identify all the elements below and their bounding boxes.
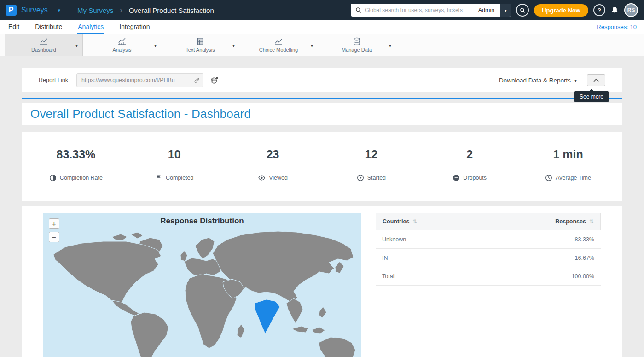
database-icon	[352, 37, 361, 46]
topbar-survey-title: Overall Product Satisfaction	[129, 6, 214, 14]
country-name: Unknown	[382, 236, 406, 243]
text-analysis-icon	[196, 37, 205, 46]
tab-integration[interactable]: Integration	[118, 20, 151, 34]
chevron-down-icon[interactable]: ▾	[232, 42, 235, 47]
countries-table-header: Countries ⇅ Responses ⇅	[376, 213, 601, 230]
dashboard-chart-icon	[39, 37, 48, 46]
toolbar-item-manage-data[interactable]: Manage Data ▾	[318, 34, 396, 56]
stat-completed: 10 Completed	[125, 147, 224, 183]
stat-value: 12	[322, 147, 420, 161]
question-mark-icon: ?	[598, 7, 601, 14]
play-icon	[357, 174, 364, 181]
user-avatar[interactable]: RS	[624, 3, 638, 17]
tab-edit[interactable]: Edit	[7, 20, 20, 34]
help-button[interactable]: ?	[593, 4, 605, 16]
tab-analytics[interactable]: Analytics	[77, 20, 104, 34]
toolbar-item-choice-modelling[interactable]: Choice Modelling ▾	[239, 34, 318, 56]
stat-divider	[444, 168, 495, 168]
topbar: P Surveys ▾ My Surveys › Overall Product…	[0, 0, 644, 20]
stat-label: Completed	[166, 175, 193, 181]
clock-icon	[545, 174, 552, 181]
breadcrumb-my-surveys[interactable]: My Surveys	[77, 6, 113, 14]
stat-completion-rate: 83.33% Completion Rate	[27, 147, 125, 183]
stat-dropouts: 2 Dropouts	[420, 147, 519, 183]
stat-divider	[542, 168, 594, 168]
notifications-bell-icon[interactable]	[610, 6, 619, 15]
stat-label: Dropouts	[463, 175, 487, 181]
country-responses: 83.33%	[575, 236, 594, 243]
page-content: Report Link Download Data & Reports ▾ Se…	[0, 68, 644, 357]
chevron-down-icon[interactable]: ▾	[311, 42, 313, 47]
completion-rate-icon	[49, 174, 57, 181]
surveys-product-menu[interactable]: P Surveys ▾	[0, 0, 65, 20]
zoom-out-button[interactable]: −	[49, 232, 59, 242]
sort-icon[interactable]: ⇅	[589, 218, 594, 225]
responses-count[interactable]: Responses: 10	[597, 23, 637, 30]
toolbar-item-text-analysis[interactable]: Text Analysis ▾	[161, 34, 239, 56]
analytics-toolbar: Dashboard ▾ Analysis ▾ Text Analysis ▾ C…	[0, 34, 644, 56]
avatar-initials: RS	[627, 7, 635, 13]
chevron-down-icon[interactable]: ▾	[75, 42, 78, 47]
stat-started: 12 Started	[322, 147, 420, 183]
report-url-field	[76, 73, 203, 87]
upgrade-now-button[interactable]: Upgrade Now	[534, 4, 588, 17]
column-header-countries[interactable]: Countries ⇅	[383, 218, 417, 225]
see-more-tooltip: See more	[574, 91, 609, 102]
table-row: Total 100.00%	[376, 267, 601, 286]
blue-divider	[22, 98, 622, 99]
stat-divider	[50, 168, 102, 168]
toolbar-item-label: Dashboard	[31, 47, 56, 53]
collapse-report-bar-button[interactable]: See more	[587, 74, 605, 86]
chevron-down-icon[interactable]: ▾	[389, 42, 391, 47]
map-zoom-controls: + −	[49, 218, 59, 242]
link-icon[interactable]	[193, 77, 200, 84]
report-url-input[interactable]	[81, 77, 193, 83]
search-icon	[351, 7, 365, 13]
toolbar-item-analysis[interactable]: Analysis ▾	[83, 34, 161, 56]
toolbar-item-label: Text Analysis	[186, 47, 215, 53]
stat-divider	[149, 168, 200, 168]
dashboard-title-card: Overall Product Satisfaction - Dashboard	[22, 103, 622, 125]
table-row: Unknown 83.33%	[376, 230, 601, 249]
breadcrumb-separator: ›	[120, 6, 122, 14]
stat-label: Completion Rate	[60, 175, 103, 181]
chevron-down-icon[interactable]: ▾	[154, 42, 157, 47]
chevron-down-icon: ▾	[58, 7, 60, 13]
page-title: Overall Product Satisfaction - Dashboard	[30, 107, 251, 121]
globe-language-icon[interactable]	[210, 76, 219, 85]
stat-divider	[247, 168, 299, 168]
response-distribution-map[interactable]: Response Distribution + −	[43, 213, 361, 357]
sort-icon[interactable]: ⇅	[412, 218, 417, 225]
minus-circle-icon	[453, 174, 460, 181]
analysis-chart-icon	[117, 37, 127, 46]
country-name: Total	[382, 273, 394, 280]
world-map[interactable]	[43, 213, 361, 357]
global-search-input[interactable]	[365, 4, 476, 17]
stat-value: 10	[125, 147, 224, 161]
stat-label: Viewed	[269, 175, 288, 181]
stat-average-time: 1 min Average Time	[519, 147, 617, 183]
toolbar-item-label: Choice Modelling	[259, 47, 298, 53]
map-country-india	[255, 299, 280, 334]
flag-icon	[155, 174, 162, 181]
tab-distribute[interactable]: Distribute	[34, 20, 63, 34]
topbar-actions: Admin ▾ Upgrade Now ? RS	[351, 3, 644, 17]
search-scope-label: Admin	[476, 7, 499, 13]
stat-viewed: 23 Viewed	[224, 147, 322, 183]
product-label: Surveys	[21, 6, 48, 14]
choice-modelling-icon	[274, 37, 283, 46]
questionpro-logo: P	[6, 5, 17, 16]
map-title: Response Distribution	[43, 217, 361, 226]
toolbar-item-dashboard[interactable]: Dashboard ▾	[5, 34, 83, 56]
search-scope-dropdown[interactable]: ▾	[499, 4, 511, 17]
column-header-responses[interactable]: Responses ⇅	[555, 218, 594, 225]
stat-value: 2	[420, 147, 519, 161]
search-button[interactable]	[516, 4, 529, 17]
stat-value: 1 min	[519, 147, 617, 161]
zoom-in-button[interactable]: +	[49, 218, 59, 229]
country-responses: 16.67%	[575, 255, 594, 261]
stat-value: 83.33%	[27, 147, 125, 161]
stats-summary-card: 83.33% Completion Rate 10 Completed 23 V…	[22, 132, 622, 201]
chevron-down-icon: ▾	[505, 8, 507, 13]
download-data-reports-dropdown[interactable]: Download Data & Reports ▾	[499, 77, 577, 84]
